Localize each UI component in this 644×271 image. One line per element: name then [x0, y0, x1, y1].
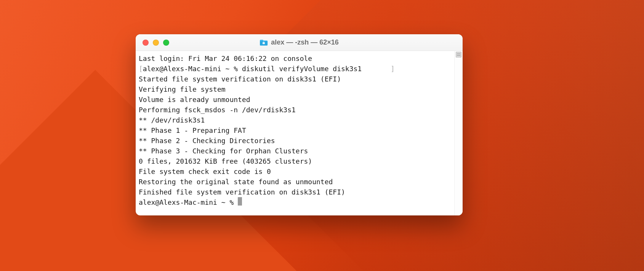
terminal-line: Volume is already unmounted [139, 94, 451, 105]
window-titlebar[interactable]: alex — -zsh — 62×16 [136, 34, 463, 51]
svg-rect-0 [263, 42, 265, 44]
folder-icon [260, 39, 268, 46]
terminal-line: Started file system verification on disk… [139, 74, 451, 84]
terminal-prompt[interactable]: alex@Alexs-Mac-mini ~ % [139, 197, 451, 207]
terminal-line: File system check exit code is 0 [139, 166, 451, 177]
scroll-thumb[interactable] [456, 52, 461, 57]
terminal-output[interactable]: Last login: Fri Mar 24 06:16:22 on conso… [136, 51, 454, 215]
terminal-line: 0 files, 201632 KiB free (403265 cluster… [139, 156, 451, 166]
cursor [238, 197, 242, 206]
zoom-button[interactable] [163, 40, 169, 46]
terminal-line: ** Phase 2 - Checking Directories [139, 136, 451, 146]
terminal-line: ** Phase 3 - Checking for Orphan Cluster… [139, 146, 451, 156]
terminal-line: Finished file system verification on dis… [139, 187, 451, 197]
vertical-scrollbar[interactable] [454, 51, 463, 215]
svg-rect-1 [263, 41, 264, 43]
terminal-line: ** Phase 1 - Preparing FAT [139, 125, 451, 136]
terminal-line: Verifying file system [139, 84, 451, 94]
close-button[interactable] [143, 40, 149, 46]
window-controls [136, 40, 169, 46]
terminal-line: Restoring the original state found as un… [139, 177, 451, 187]
terminal-window: alex — -zsh — 62×16 Last login: Fri Mar … [136, 34, 463, 215]
minimize-button[interactable] [153, 40, 159, 46]
window-title-text: alex — -zsh — 62×16 [271, 38, 339, 46]
terminal-body: Last login: Fri Mar 24 06:16:22 on conso… [136, 51, 463, 215]
terminal-line: Last login: Fri Mar 24 06:16:22 on conso… [139, 53, 451, 64]
terminal-line: Performing fsck_msdos -n /dev/rdisk3s1 [139, 105, 451, 115]
terminal-line: [alex@Alexs-Mac-mini ~ % diskutil verify… [139, 64, 451, 74]
window-title: alex — -zsh — 62×16 [136, 38, 463, 46]
terminal-line: ** /dev/rdisk3s1 [139, 115, 451, 125]
